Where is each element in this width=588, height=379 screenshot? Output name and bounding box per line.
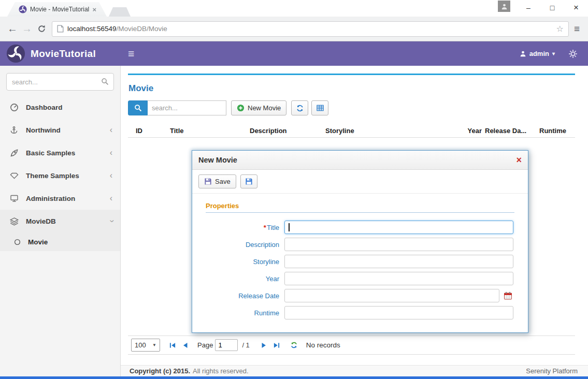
close-button[interactable]: ×: [564, 0, 588, 16]
bookmark-star-icon[interactable]: ☆: [556, 24, 564, 34]
forward-icon[interactable]: →: [20, 23, 34, 35]
copyright-strong: Copyright (c) 2015.: [130, 367, 190, 375]
sidebar-item-theme-samples[interactable]: Theme Samples ‹: [0, 164, 120, 187]
page-total: / 1: [242, 341, 249, 349]
text-caret: [289, 223, 290, 231]
profile-avatar-icon[interactable]: [498, 1, 510, 12]
column-header-description[interactable]: Description: [250, 127, 325, 135]
new-tab-button[interactable]: [109, 7, 131, 17]
browser-tab[interactable]: Movie - MovieTutorial ×: [7, 2, 107, 17]
description-input[interactable]: [284, 238, 513, 251]
diamond-icon: [10, 171, 20, 180]
next-page-button[interactable]: [259, 340, 269, 351]
column-header-title[interactable]: Title: [170, 127, 250, 135]
dialog-body: Properties *Title Description Storyline …: [192, 194, 528, 332]
sidebar-item-administration[interactable]: Administration ‹: [0, 187, 120, 210]
form-row-title: *Title: [206, 221, 514, 234]
last-page-button[interactable]: [271, 340, 282, 351]
desktop-icon: [10, 194, 20, 202]
refresh-button[interactable]: [291, 100, 308, 115]
form-row-year: Year: [206, 272, 514, 285]
user-menu[interactable]: admin ▾: [520, 50, 555, 57]
grid-search-input[interactable]: [148, 100, 226, 115]
sidebar-item-basic-samples[interactable]: Basic Samples ‹: [0, 141, 120, 164]
year-input[interactable]: [284, 272, 513, 285]
browser-menu-icon[interactable]: ≡: [574, 23, 580, 35]
url-path: /MovieDB/Movie: [117, 25, 167, 33]
tachometer-icon: [10, 103, 20, 112]
grid-toolbar: New Movie: [128, 100, 575, 115]
address-bar[interactable]: localhost:56549/MovieDB/Movie ☆: [52, 21, 569, 37]
new-movie-button[interactable]: New Movie: [231, 100, 286, 115]
save-disk-icon: [204, 178, 212, 185]
rocket-icon: [10, 149, 20, 157]
sync-arrows-icon: [296, 104, 304, 112]
platform-brand: Serenity Platform: [526, 367, 578, 375]
sidebar-group-moviedb: MovieDB ‹ Movie: [0, 210, 120, 251]
apply-disk-icon: [245, 178, 253, 185]
first-page-button[interactable]: [167, 340, 178, 351]
chevron-left-icon: ‹: [110, 171, 112, 180]
chevron-down-icon: ‹: [107, 220, 115, 222]
tab-close-icon[interactable]: ×: [92, 6, 96, 13]
tab-title: Movie - MovieTutorial: [30, 6, 90, 13]
minimize-button[interactable]: –: [517, 0, 540, 16]
sidebar-item-northwind[interactable]: Northwind ‹: [0, 119, 120, 141]
field-label-year: Year: [206, 275, 279, 283]
save-button[interactable]: Save: [198, 174, 236, 188]
pager-refresh-icon[interactable]: [290, 341, 298, 349]
apply-changes-button[interactable]: [240, 174, 257, 188]
column-header-release-date[interactable]: Release Da...: [485, 127, 534, 135]
sidebar-item-dashboard[interactable]: Dashboard: [0, 96, 120, 119]
field-label-runtime: Runtime: [206, 309, 279, 317]
column-header-storyline[interactable]: Storyline: [325, 127, 455, 135]
favicon-serenity-icon: [19, 5, 27, 13]
form-row-storyline: Storyline: [206, 255, 514, 268]
dialog-title: New Movie: [198, 156, 516, 164]
pager-status: No records: [306, 341, 340, 349]
url-host: localhost:56549: [67, 25, 117, 33]
runtime-input[interactable]: [284, 306, 513, 319]
grid-search-button[interactable]: [128, 100, 148, 115]
main-content: Movie New Movie: [121, 66, 588, 365]
sidebar-item-movie[interactable]: Movie: [0, 232, 120, 251]
prev-page-button[interactable]: [180, 340, 190, 351]
table-icon: [316, 104, 324, 112]
back-icon[interactable]: ←: [5, 23, 20, 35]
browser-titlebar: Movie - MovieTutorial × – □ ×: [0, 0, 588, 17]
sidebar-item-moviedb[interactable]: MovieDB ‹: [0, 210, 120, 232]
field-label-storyline: Storyline: [206, 258, 279, 266]
app-brand: MovieTutorial: [0, 44, 121, 63]
column-header-id[interactable]: ID: [136, 127, 170, 135]
page-size-select[interactable]: 100 ▼: [131, 339, 160, 352]
settings-gears-icon[interactable]: [568, 49, 578, 59]
sidebar: Dashboard Northwind ‹ Basic Samples ‹ Th…: [0, 66, 121, 376]
form-row-description: Description: [206, 238, 514, 251]
dialog-titlebar[interactable]: New Movie ×: [192, 151, 528, 170]
dialog-close-icon[interactable]: ×: [516, 155, 522, 165]
user-icon: [520, 50, 526, 57]
required-mark: *: [264, 224, 266, 231]
sidebar-search-input[interactable]: [6, 73, 114, 91]
page-title: Movie: [128, 83, 575, 94]
anchor-icon: [10, 126, 20, 135]
app-header: MovieTutorial ≡ admin ▾: [0, 41, 588, 66]
reload-icon[interactable]: [34, 24, 49, 33]
caret-down-icon: ▾: [552, 51, 555, 56]
window-controls: – □ ×: [517, 0, 588, 16]
sidebar-toggle-icon[interactable]: ≡: [128, 48, 134, 60]
column-header-runtime[interactable]: Runtime: [539, 127, 581, 135]
field-label-description: Description: [206, 241, 279, 249]
storyline-input[interactable]: [284, 255, 513, 268]
release-date-input[interactable]: [284, 289, 499, 302]
browser-window: Movie - MovieTutorial × – □ × ← → localh…: [0, 0, 588, 379]
circle-outline-icon: [14, 239, 22, 245]
column-picker-button[interactable]: [311, 100, 328, 115]
column-header-year[interactable]: Year: [455, 127, 482, 135]
form-row-release-date: Release Date: [206, 289, 514, 302]
maximize-button[interactable]: □: [540, 0, 564, 16]
calendar-icon[interactable]: [504, 291, 512, 300]
footer: Copyright (c) 2015. All rights reserved.…: [121, 365, 588, 376]
title-input[interactable]: [284, 221, 513, 234]
page-number-input[interactable]: [215, 339, 238, 351]
